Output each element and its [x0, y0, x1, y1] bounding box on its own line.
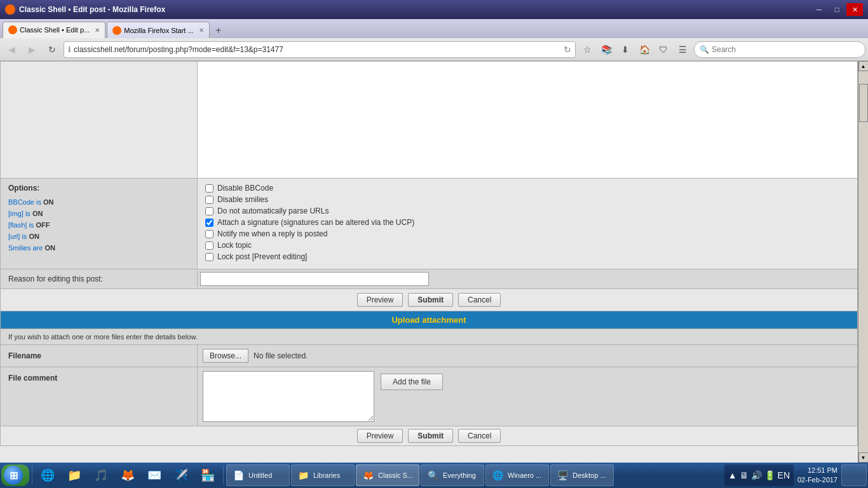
back-button[interactable]: ◀	[3, 41, 20, 58]
tab-1[interactable]: Classic Shell • Edit p... ✕	[3, 22, 105, 38]
url-status: [url] is ON	[8, 231, 189, 242]
classicshell-icon: 🦊	[362, 469, 374, 482]
preview-button-top[interactable]: Preview	[357, 293, 403, 307]
preview-button-bottom[interactable]: Preview	[357, 429, 403, 443]
media-icon: 🎵	[94, 468, 108, 482]
file-comment-textarea[interactable]	[203, 371, 374, 422]
folder-taskbar-icon[interactable]: 📁	[62, 464, 87, 486]
search-input[interactable]	[712, 45, 860, 54]
winstore-taskbar-icon[interactable]: 🏪	[195, 464, 220, 486]
lock-post-label: Lock post [Prevent editing]	[217, 252, 307, 261]
submit-row-bottom: Preview Submit Cancel	[0, 426, 858, 446]
lock-topic-checkbox[interactable]	[205, 241, 214, 250]
tab1-close-icon[interactable]: ✕	[95, 27, 100, 34]
taskbar-app-untitled[interactable]: 📄 Untitled	[226, 464, 290, 486]
maximize-button[interactable]: □	[829, 3, 845, 16]
no-file-text: No file selected.	[254, 351, 308, 360]
new-tab-button[interactable]: +	[211, 23, 226, 38]
checkbox-lock-post: Lock post [Prevent editing]	[205, 252, 850, 261]
bookmark-list-icon[interactable]: 📚	[597, 41, 615, 58]
search-bar: 🔍	[694, 41, 865, 58]
menu-icon[interactable]: ☰	[674, 41, 691, 58]
shield-icon[interactable]: 🛡	[654, 41, 672, 58]
tray-battery-icon[interactable]: 🔋	[764, 470, 775, 480]
bookmark-star-icon[interactable]: ☆	[578, 41, 596, 58]
taskbar-app-winaero[interactable]: 🌐 Winaero ...	[485, 464, 549, 486]
no-parse-urls-checkbox[interactable]	[205, 207, 214, 215]
home-icon[interactable]: 🏠	[635, 41, 653, 58]
telegram-taskbar-icon[interactable]: ✈️	[168, 464, 194, 486]
ie-icon: 🌐	[41, 468, 55, 482]
page-content: Options: BBCode is ON [img] is ON [flash…	[0, 61, 858, 463]
show-desktop-button[interactable]	[841, 464, 867, 486]
mail-taskbar-icon[interactable]: ✉️	[142, 464, 167, 486]
notify-reply-label: Notify me when a reply is posted	[217, 229, 327, 238]
tab1-label: Classic Shell • Edit p...	[20, 26, 90, 34]
tray-expand-icon[interactable]: ▲	[728, 470, 737, 480]
cancel-button-top[interactable]: Cancel	[458, 293, 501, 307]
download-icon[interactable]: ⬇	[616, 41, 634, 58]
taskbar-app-desktop[interactable]: 🖥️ Desktop ...	[550, 464, 614, 486]
cancel-button-bottom[interactable]: Cancel	[458, 429, 501, 443]
page-info-icon[interactable]: ℹ	[68, 45, 71, 54]
tab-2[interactable]: Mozilla Firefox Start ... ✕	[107, 22, 209, 38]
forward-button[interactable]: ▶	[23, 41, 41, 58]
img-status: [img] is ON	[8, 208, 189, 219]
clock[interactable]: 12:51 PM 02-Feb-2017	[795, 466, 840, 485]
taskbar-divider-2	[223, 466, 224, 485]
taskbar: ⊞ 🌐 📁 🎵 🦊 ✉️ ✈️ 🏪 📄 Untitled 📁 Libraries…	[0, 463, 868, 488]
disable-bbcode-checkbox[interactable]	[205, 184, 214, 193]
start-button[interactable]: ⊞	[1, 464, 29, 486]
bbcode-status: BBCode is ON	[8, 196, 189, 208]
disable-smilies-label: Disable smilies	[217, 195, 268, 204]
tray-network-icon[interactable]: 🖥	[740, 470, 749, 480]
img-text: [img] is	[8, 210, 32, 217]
taskbar-app-classicshell[interactable]: 🦊 Classic S...	[356, 464, 419, 486]
url-input[interactable]	[74, 45, 561, 54]
minimize-button[interactable]: ─	[811, 3, 827, 16]
submit-row-top: Preview Submit Cancel	[0, 289, 858, 311]
post-textarea[interactable]	[198, 62, 857, 176]
submit-button-top[interactable]: Submit	[408, 293, 453, 307]
editor-left-panel	[1, 62, 198, 178]
scroll-up-button[interactable]: ▲	[858, 61, 869, 71]
browser-content: Options: BBCode is ON [img] is ON [flash…	[0, 61, 868, 463]
taskbar-app-everything[interactable]: 🔍 Everything	[421, 464, 484, 486]
taskbar-divider-1	[32, 466, 32, 485]
options-label: Options:	[8, 184, 189, 193]
lock-post-checkbox[interactable]	[205, 253, 214, 261]
tray-lang-icon[interactable]: EN	[778, 470, 790, 480]
media-taskbar-icon[interactable]: 🎵	[88, 464, 114, 486]
reason-input[interactable]	[200, 272, 429, 286]
disable-smilies-checkbox[interactable]	[205, 196, 214, 204]
everything-label: Everything	[443, 471, 476, 479]
attach-signature-checkbox[interactable]	[205, 219, 214, 227]
reload-icon[interactable]: ↻	[564, 44, 571, 55]
scrollbar-track[interactable]	[858, 71, 868, 452]
reason-row: Reason for editing this post:	[0, 269, 858, 289]
submit-button-bottom[interactable]: Submit	[408, 429, 453, 443]
flash-value: OFF	[36, 221, 50, 229]
scrollbar-thumb[interactable]	[859, 84, 868, 122]
refresh-button[interactable]: ↻	[43, 41, 61, 58]
smilies-text: Smilies are	[8, 244, 44, 252]
clock-date: 02-Feb-2017	[797, 475, 837, 485]
firefox-taskbar-icon[interactable]: 🦊	[115, 464, 140, 486]
reason-label: Reason for editing this post:	[1, 271, 198, 287]
notify-reply-checkbox[interactable]	[205, 230, 214, 238]
lock-topic-label: Lock topic	[217, 241, 252, 250]
tab2-favicon	[112, 26, 121, 35]
scrollbar-y[interactable]: ▲ ▼	[858, 61, 868, 463]
browse-button[interactable]: Browse...	[203, 349, 248, 363]
bbcode-text: BBCode is	[8, 198, 43, 206]
everything-icon: 🔍	[426, 469, 439, 482]
checkbox-no-parse-urls: Do not automatically parse URLs	[205, 207, 850, 215]
taskbar-app-libraries[interactable]: 📁 Libraries	[291, 464, 355, 486]
close-button[interactable]: ✕	[846, 3, 863, 16]
add-file-button[interactable]: Add the file	[381, 374, 443, 390]
scroll-down-button[interactable]: ▼	[858, 452, 869, 463]
ie-taskbar-icon[interactable]: 🌐	[35, 464, 60, 486]
tray-volume-icon[interactable]: 🔊	[751, 470, 762, 480]
tab2-close-icon[interactable]: ✕	[199, 27, 204, 34]
url-text: [url] is	[8, 233, 29, 240]
